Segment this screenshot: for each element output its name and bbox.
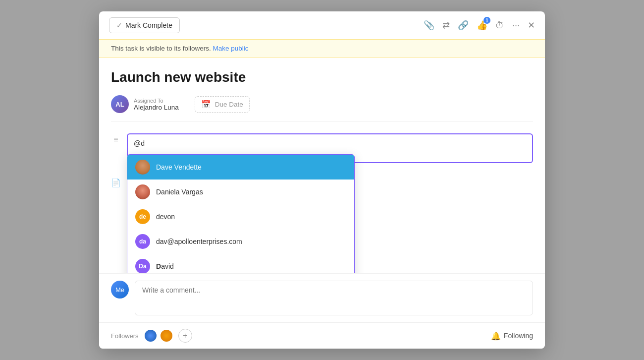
assignee-section: AL Assigned To Alejandro Luna [111, 95, 179, 113]
main-content: Launch new website AL Assigned To Alejan… [99, 58, 545, 273]
assignee-name: Alejandro Luna [134, 104, 179, 111]
followers-label: Followers [111, 332, 139, 340]
modal-overlay: ✓ Mark Complete 📎 ⇄ 🔗 👍 1 ⏱ ··· ✕ This t… [0, 0, 644, 360]
toolbar: ✓ Mark Complete 📎 ⇄ 🔗 👍 1 ⏱ ··· ✕ [99, 11, 545, 39]
more-icon[interactable]: ··· [512, 20, 520, 31]
mention-avatar-dave [135, 160, 150, 175]
make-public-link[interactable]: Make public [213, 45, 249, 52]
comment-section: Me [99, 273, 545, 322]
mark-complete-button[interactable]: ✓ Mark Complete [109, 17, 180, 33]
bell-icon: 🔔 [491, 331, 501, 341]
due-date-label: Due Date [215, 101, 243, 108]
comment-input[interactable] [135, 281, 533, 315]
attachment-icon[interactable]: 📎 [424, 20, 434, 31]
add-follower-button[interactable]: + [178, 329, 192, 343]
mention-name-daniela: Daniela Vargas [156, 188, 203, 196]
assignee-initials: AL [115, 101, 124, 108]
description-text: @d [134, 139, 145, 147]
calendar-icon: 📅 [201, 100, 211, 109]
meta-row: AL Assigned To Alejandro Luna 📅 Due Date [111, 95, 533, 121]
mention-item[interactable]: de devon [127, 204, 354, 229]
mention-item[interactable]: Da David [127, 254, 354, 273]
timer-icon[interactable]: ⏱ [495, 20, 504, 31]
assignee-info: Assigned To Alejandro Luna [134, 98, 179, 111]
mention-name-dav: dav@apolloenterprises.com [156, 238, 242, 245]
following-label: Following [504, 332, 533, 340]
like-badge: 1 [483, 17, 490, 24]
task-title: Launch new website [111, 69, 533, 85]
mention-avatar-devon: de [135, 209, 150, 224]
mention-name-david: David [156, 262, 174, 270]
notice-banner: This task is visible to its followers. M… [99, 39, 545, 58]
follower-avatar-1 [144, 329, 158, 343]
subtask-icon[interactable]: ⇄ [442, 20, 450, 31]
mention-avatar-daniela [135, 184, 150, 199]
assigned-to-label: Assigned To [134, 98, 179, 104]
mention-avatar-dav: da [135, 234, 150, 249]
mention-name-dave: Dave Vendette [156, 163, 202, 171]
due-date-section[interactable]: 📅 Due Date [195, 96, 250, 113]
check-icon: ✓ [116, 21, 122, 29]
description-wrapper: ≡ 📄 @d Dave Vendette [111, 133, 533, 187]
mentions-dropdown: Dave Vendette Daniela Vargas de devon [127, 154, 355, 273]
followers-section: Followers + [111, 329, 192, 343]
doc-icon: 📄 [111, 178, 121, 187]
mention-item[interactable]: da dav@apolloenterprises.com [127, 229, 354, 254]
current-user-avatar: Me [111, 281, 129, 299]
footer: Followers + 🔔 Following [99, 322, 545, 349]
task-modal: ✓ Mark Complete 📎 ⇄ 🔗 👍 1 ⏱ ··· ✕ This t… [99, 11, 545, 349]
following-button[interactable]: 🔔 Following [491, 331, 533, 341]
align-icon: ≡ [113, 135, 118, 144]
follower-avatar-2 [160, 329, 173, 343]
notice-text: This task is visible to its followers. [111, 45, 211, 52]
desc-sidebar: ≡ 📄 [111, 133, 121, 187]
mark-complete-label: Mark Complete [125, 21, 172, 29]
description-editor-area: @d Dave Vendette Daniela Vargas [127, 133, 533, 187]
mention-item[interactable]: Dave Vendette [127, 155, 354, 180]
link-icon[interactable]: 🔗 [458, 20, 469, 31]
mention-avatar-david: Da [135, 259, 150, 273]
close-button[interactable]: ✕ [528, 20, 535, 31]
follower-avatars [144, 329, 173, 343]
assignee-avatar: AL [111, 95, 129, 113]
toolbar-actions: 📎 ⇄ 🔗 👍 1 ⏱ ··· ✕ [424, 20, 535, 31]
mention-item[interactable]: Daniela Vargas [127, 180, 354, 204]
mention-name-devon: devon [156, 213, 175, 221]
like-icon[interactable]: 👍 1 [477, 20, 487, 31]
